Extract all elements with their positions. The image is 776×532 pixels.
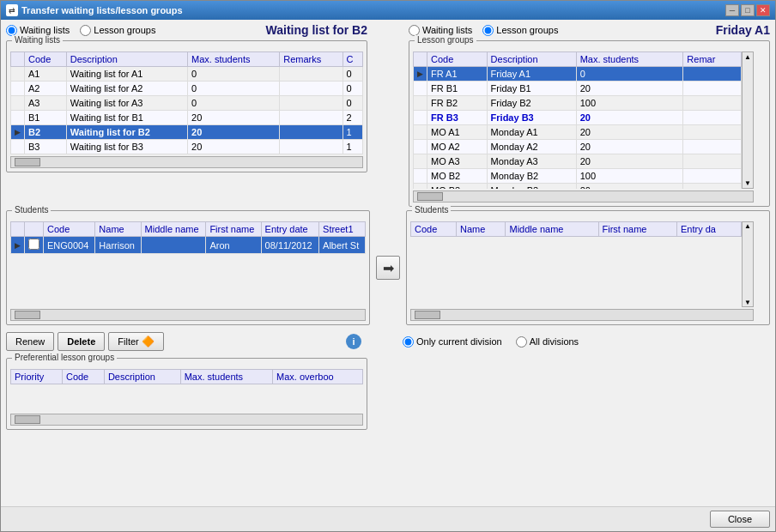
table-row[interactable]: ▶ B2 Waiting list for B2 20 1 <box>11 125 363 140</box>
left-waiting-lists-radio[interactable]: Waiting lists <box>6 25 70 36</box>
preferential-box: Preferential lesson groups Priority Code… <box>6 358 367 430</box>
table-row[interactable]: MO A2 Monday A2 20 <box>414 140 742 154</box>
preferential-table: Priority Code Description Max. students … <box>10 369 363 384</box>
transfer-button[interactable]: ➡ <box>376 256 400 280</box>
preferential-hscroll[interactable] <box>10 414 363 426</box>
right-students-hscroll[interactable] <box>410 309 754 321</box>
close-button[interactable]: Close <box>710 511 770 528</box>
row-max-students: 100 <box>576 169 683 184</box>
lesson-groups-hscroll[interactable] <box>413 190 754 203</box>
waiting-lists-table-container[interactable]: Code Description Max. students Remarks C… <box>10 51 363 154</box>
right-students-table-container[interactable]: Code Name Middle name First name Entry d… <box>410 221 742 307</box>
row-max-students: 20 <box>188 111 280 125</box>
row-description: Waiting list for A1 <box>66 67 187 82</box>
wl-col-description[interactable]: Description <box>66 52 187 67</box>
ls-col-street[interactable]: Street1 <box>319 222 366 237</box>
row-checkbox[interactable] <box>25 237 44 254</box>
ls-col-entry[interactable]: Entry date <box>261 222 318 237</box>
mid-spacer <box>373 40 403 207</box>
table-row[interactable]: A1 Waiting list for A1 0 0 <box>11 67 363 82</box>
row-remarks <box>683 111 742 125</box>
table-row[interactable]: FR B2 Friday B2 100 <box>414 96 742 111</box>
table-row[interactable]: MO B3 Monday B3 20 <box>414 184 742 190</box>
right-students-hscroll-thumb <box>415 311 440 319</box>
pref-col-code[interactable]: Code <box>62 370 104 384</box>
left-students-table-container[interactable]: Code Name Middle name First name Entry d… <box>10 221 366 307</box>
wl-col-remarks[interactable]: Remarks <box>280 52 343 67</box>
table-row[interactable]: B3 Waiting list for B3 20 1 <box>11 140 363 154</box>
waiting-lists-hscroll[interactable] <box>10 156 363 168</box>
renew-button[interactable]: Renew <box>6 332 54 351</box>
lg-col-remarks[interactable]: Remar <box>683 52 742 67</box>
row-description: Monday A1 <box>487 125 576 140</box>
table-row[interactable]: MO B2 Monday B2 100 <box>414 169 742 184</box>
row-code: B3 <box>25 140 67 154</box>
row-code: A3 <box>25 96 67 111</box>
wl-col-c[interactable]: C <box>343 52 362 67</box>
lesson-groups-vscroll[interactable]: ▲ ▼ <box>742 51 754 189</box>
pref-col-max-students[interactable]: Max. students <box>180 370 272 384</box>
row-remarks <box>683 67 742 82</box>
table-row[interactable]: MO A3 Monday A3 20 <box>414 154 742 169</box>
lg-col-max-students[interactable]: Max. students <box>576 52 683 67</box>
rs-col-name[interactable]: Name <box>456 222 506 237</box>
left-students-box: Students Code Name Middle name Fir <box>6 210 370 325</box>
right-lesson-groups-radio[interactable]: Lesson groups <box>482 25 558 36</box>
wl-col-max-students[interactable]: Max. students <box>188 52 280 67</box>
rs-col-entry[interactable]: Entry da <box>676 222 741 237</box>
right-students-table: Code Name Middle name First name Entry d… <box>410 221 742 237</box>
ls-col-middle[interactable]: Middle name <box>141 222 206 237</box>
table-row[interactable]: FR B3 Friday B3 20 <box>414 111 742 125</box>
filter-button[interactable]: Filter 🔶 <box>108 332 164 351</box>
row-c: 0 <box>343 96 362 111</box>
rs-vscroll-up[interactable]: ▲ <box>744 222 751 230</box>
preferential-table-container[interactable]: Priority Code Description Max. students … <box>10 369 363 412</box>
rs-col-middle[interactable]: Middle name <box>506 222 598 237</box>
table-row[interactable]: MO A1 Monday A1 20 <box>414 125 742 140</box>
transfer-btn-container: ➡ <box>375 210 401 325</box>
pref-col-description[interactable]: Description <box>104 370 180 384</box>
left-students-hscroll[interactable] <box>10 309 366 321</box>
window-close-button[interactable]: ✕ <box>756 4 770 16</box>
info-button[interactable]: i <box>346 334 361 349</box>
ls-col-name[interactable]: Name <box>95 222 141 237</box>
row-indicator <box>414 154 427 169</box>
lesson-groups-label: Lesson groups <box>415 35 476 45</box>
vscroll-down[interactable]: ▼ <box>744 179 751 187</box>
row-name: Harrison <box>95 237 141 254</box>
lg-col-description[interactable]: Description <box>487 52 576 67</box>
row-middle-name <box>141 237 206 254</box>
rs-col-first[interactable]: First name <box>598 222 676 237</box>
row-c: 1 <box>343 125 362 140</box>
lesson-groups-table-container[interactable]: Code Description Max. students Remar ▶ F… <box>413 51 742 189</box>
ls-col-code[interactable]: Code <box>44 222 95 237</box>
only-current-division-radio[interactable]: Only current division <box>403 336 502 348</box>
row-remarks <box>683 140 742 154</box>
lg-col-code[interactable]: Code <box>427 52 488 67</box>
table-row[interactable]: FR B1 Friday B1 20 <box>414 82 742 96</box>
vscroll-up[interactable]: ▲ <box>744 53 751 61</box>
ls-col-first[interactable]: First name <box>206 222 261 237</box>
table-row[interactable]: B1 Waiting list for B1 20 2 <box>11 111 363 125</box>
rs-vscroll-down[interactable]: ▼ <box>744 299 751 306</box>
table-row[interactable]: ▶ ENG0004 Harrison Aron 08/11/2012 Alber… <box>11 237 366 254</box>
all-divisions-radio[interactable]: All divisions <box>516 336 579 348</box>
row-max-students: 20 <box>576 82 683 96</box>
footer: Close <box>1 506 775 531</box>
pref-col-max-overboo[interactable]: Max. overboo <box>273 370 363 384</box>
row-description: Friday B1 <box>487 82 576 96</box>
ls-col-indicator <box>11 222 25 237</box>
left-lesson-groups-radio[interactable]: Lesson groups <box>80 25 155 36</box>
wl-col-code[interactable]: Code <box>25 52 67 67</box>
rs-col-code[interactable]: Code <box>411 222 457 237</box>
right-students-vscroll[interactable]: ▲ ▼ <box>742 221 754 307</box>
table-row[interactable]: A2 Waiting list for A2 0 0 <box>11 82 363 96</box>
pref-col-priority[interactable]: Priority <box>11 370 63 384</box>
table-row[interactable]: ▶ FR A1 Friday A1 0 <box>414 67 742 82</box>
right-waiting-lists-radio[interactable]: Waiting lists <box>409 25 472 36</box>
row-description: Waiting list for A2 <box>66 82 187 96</box>
maximize-button[interactable]: □ <box>741 4 755 16</box>
table-row[interactable]: A3 Waiting list for A3 0 0 <box>11 96 363 111</box>
minimize-button[interactable]: ─ <box>725 4 739 16</box>
delete-button[interactable]: Delete <box>58 332 105 351</box>
